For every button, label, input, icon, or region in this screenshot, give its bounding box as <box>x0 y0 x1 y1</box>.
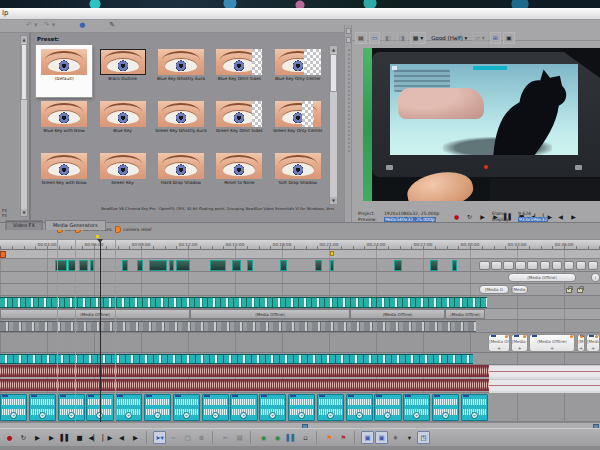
edit-details-button[interactable]: ✎ <box>109 21 115 29</box>
media-offline-clip[interactable]: [Media Of+ <box>511 334 528 352</box>
event-fx-icon[interactable]: + <box>269 412 276 419</box>
tree-scrollbar[interactable]: ▲ ▼ <box>20 35 28 217</box>
video-event[interactable] <box>394 260 402 271</box>
clip[interactable] <box>588 261 599 270</box>
event-fx-icon[interactable]: + <box>240 412 247 419</box>
stop-button[interactable]: ■ <box>73 431 86 444</box>
preset-item[interactable]: (Default) <box>36 45 92 97</box>
video-event[interactable] <box>452 260 457 271</box>
event-fx-icon[interactable]: + <box>68 412 75 419</box>
trim-button[interactable]: ▤ <box>233 431 246 444</box>
toolbar-dropdown[interactable]: ▾ <box>403 431 416 444</box>
record-button[interactable]: ● <box>450 213 463 220</box>
audio-event[interactable]: + <box>0 394 27 421</box>
video-event[interactable] <box>232 260 241 271</box>
auto-ripple-button[interactable]: ▌▌ <box>285 431 298 444</box>
preset-item[interactable]: Blue Key <box>95 97 151 149</box>
preset-item[interactable]: Hard Drop Shadow <box>153 149 209 201</box>
event-fx-icon[interactable]: + <box>356 412 363 419</box>
menu-item-fragment[interactable]: lp <box>2 9 8 17</box>
audio-event[interactable]: + <box>346 394 373 421</box>
selection-edit-tool-button[interactable]: ▢ <box>181 431 194 444</box>
track-lane-video-4[interactable] <box>0 296 600 309</box>
fade-handle[interactable] <box>434 395 440 397</box>
preset-item[interactable]: Blue Key Omit Sides <box>211 45 267 97</box>
clip[interactable] <box>552 261 563 270</box>
event-fx-icon[interactable]: + <box>442 412 449 419</box>
fade-handle[interactable] <box>319 395 325 397</box>
audio-event[interactable]: + <box>317 394 344 421</box>
open-media-button[interactable]: ● <box>79 21 85 29</box>
event-fx-icon[interactable]: + <box>471 412 478 419</box>
prev-frame-button[interactable]: ◀ <box>115 431 128 444</box>
track-lane-video-3[interactable]: [Media O[Media O <box>0 284 600 296</box>
next-frame-button[interactable]: ▶ <box>129 431 142 444</box>
media-offline-clip[interactable]: [M+ <box>577 334 585 352</box>
mixer-button[interactable]: ▣ <box>375 431 388 444</box>
event-fx-icon[interactable]: + <box>327 412 334 419</box>
scrollbar-thumb[interactable] <box>21 44 27 100</box>
video-event[interactable] <box>430 260 438 271</box>
video-event[interactable] <box>122 260 128 271</box>
playhead-line[interactable] <box>100 239 101 422</box>
preset-item[interactable]: Blue Key Only Center <box>270 45 326 97</box>
audio-event[interactable]: + <box>259 394 286 421</box>
media-marker[interactable] <box>330 251 334 256</box>
preset-item[interactable]: Green Key Only Center <box>270 97 326 149</box>
media-offline-clip[interactable]: (Media Offline) <box>190 309 350 319</box>
clip-train[interactable] <box>0 354 473 364</box>
audio-waveform-clip[interactable] <box>0 365 489 393</box>
fade-handle[interactable] <box>204 395 210 397</box>
preset-item[interactable]: Green Key Ghostly Aura <box>153 97 209 149</box>
video-event[interactable] <box>210 260 226 271</box>
preset-item[interactable]: Blue Key Ghostly Aura <box>153 45 209 97</box>
tab-media-generators[interactable]: Media Generators <box>45 220 106 230</box>
splitter-grip[interactable] <box>348 49 350 152</box>
fade-handle[interactable] <box>175 395 181 397</box>
preset-item[interactable]: Green Key Omit Sides <box>211 97 267 149</box>
insert-marker-button[interactable]: ⚑ <box>323 431 336 444</box>
loop-playback-button[interactable]: ↻ <box>463 213 476 220</box>
audio-event[interactable]: + <box>288 394 315 421</box>
tab-video-fx[interactable]: Video FX <box>5 220 43 230</box>
event-fx-icon[interactable]: + <box>212 412 219 419</box>
split-screen-view-button[interactable]: ◨ <box>396 32 408 44</box>
audio-event[interactable]: + <box>461 394 488 421</box>
fade-handle[interactable] <box>463 395 469 397</box>
track-lane-audio-1[interactable] <box>0 365 600 393</box>
fade-handle[interactable] <box>31 395 37 397</box>
video-event[interactable] <box>247 260 253 271</box>
audio-event[interactable]: + <box>202 394 229 421</box>
track-lane-audio-2[interactable]: +++++++++++++++++ <box>0 393 600 422</box>
track-lane-video-5[interactable]: (Media Offline)(Media Offline)(Media Off… <box>0 309 600 320</box>
splitter-button-icon[interactable] <box>346 28 351 34</box>
media-offline-clip[interactable]: [Media+ <box>586 334 600 352</box>
clip[interactable] <box>527 261 538 270</box>
event-fx-icon[interactable]: + <box>298 412 305 419</box>
clip[interactable] <box>515 261 526 270</box>
audio-event[interactable]: + <box>374 394 401 421</box>
event-fx-icon[interactable]: + <box>10 412 17 419</box>
go-to-start-button[interactable]: ◀▏ <box>87 431 100 444</box>
preset-item[interactable]: Soft Drop Shadow <box>270 149 326 201</box>
save-snapshot-button[interactable]: ▣ <box>503 32 515 44</box>
fade-handle[interactable] <box>232 395 238 397</box>
fade-handle[interactable] <box>261 395 267 397</box>
video-event[interactable] <box>176 260 190 271</box>
audio-event[interactable]: + <box>403 394 430 421</box>
clip-fragment[interactable] <box>0 251 6 258</box>
media-offline-clip[interactable]: (Media Offline) <box>350 309 445 319</box>
scrollbar-thumb[interactable] <box>330 54 337 92</box>
video-event[interactable] <box>280 260 287 271</box>
audio-event[interactable]: + <box>29 394 56 421</box>
loop-playback-button[interactable]: ↻ <box>17 431 30 444</box>
timeline-ruler[interactable]: 00:03:0000:06:0000:09:0000:12:0000:15:00… <box>0 239 600 250</box>
play-from-start-button[interactable]: ▶ <box>476 213 489 220</box>
media-offline-clip[interactable]: (Media Offline)+ <box>529 334 575 352</box>
audio-event[interactable]: + <box>230 394 257 421</box>
audio-event[interactable]: + <box>115 394 142 421</box>
pause-button[interactable]: ▌▌ <box>59 431 72 444</box>
clip-train[interactable] <box>0 321 476 332</box>
audio-event[interactable]: + <box>58 394 85 421</box>
audio-event[interactable]: + <box>144 394 171 421</box>
